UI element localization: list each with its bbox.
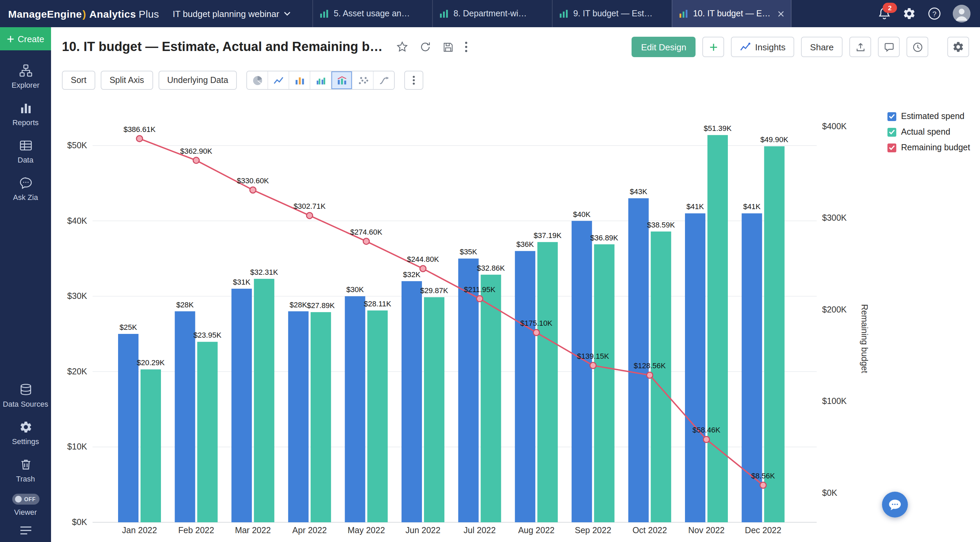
bar-actual-spend[interactable] (708, 135, 728, 522)
view-settings-button[interactable] (947, 37, 969, 57)
bar-estimated-spend[interactable] (515, 251, 535, 522)
line-point[interactable] (250, 187, 256, 193)
help-button[interactable]: ? (928, 7, 941, 21)
reports-icon (19, 101, 32, 115)
app-window: ManageEngine) AnalyticsPlus IT budget pl… (0, 0, 980, 542)
chart-options-kebab-button[interactable] (404, 71, 424, 90)
split-axis-button[interactable]: Split Axis (101, 71, 153, 90)
user-avatar[interactable] (953, 5, 970, 22)
refresh-button[interactable] (419, 41, 431, 53)
workspace-selector[interactable]: IT budget planning webinar (166, 8, 298, 19)
chart-type-flow[interactable] (373, 71, 395, 89)
sidebar-item-label: Data Sources (3, 400, 48, 408)
line-point[interactable] (137, 136, 143, 142)
line-point[interactable] (646, 372, 653, 378)
check-icon (889, 114, 895, 119)
bar-estimated-spend[interactable] (572, 221, 592, 522)
line-point[interactable] (533, 330, 539, 336)
legend-item-remaining-budget[interactable]: Remaining budget (888, 143, 970, 152)
notification-badge: 2 (883, 3, 897, 13)
bar-estimated-spend[interactable] (288, 311, 309, 522)
bar-actual-spend[interactable] (651, 231, 671, 522)
chart-type-scatter[interactable] (352, 71, 373, 89)
bar-actual-spend[interactable] (311, 312, 331, 522)
bar-actual-spend[interactable] (254, 279, 274, 522)
bar-estimated-spend[interactable] (401, 281, 422, 522)
line-point[interactable] (363, 238, 369, 244)
chart-type-line[interactable] (268, 71, 289, 89)
edit-design-button[interactable]: Edit Design (632, 37, 696, 57)
chart-type-bar[interactable] (289, 71, 310, 89)
combo-chart: $0K$10K$20K$30K$40K$50K$0K$100K$200K$300… (51, 94, 980, 542)
underlying-data-button[interactable]: Underlying Data (158, 71, 237, 90)
bar-estimated-spend[interactable] (345, 296, 365, 522)
chart-type-pie[interactable] (247, 71, 268, 89)
bar-actual-spend[interactable] (481, 275, 501, 522)
sidebar-item-data-sources[interactable]: Data Sources (0, 376, 51, 414)
admin-settings-button[interactable] (902, 7, 916, 21)
sidebar-item-data[interactable]: Data (0, 132, 51, 170)
brand-swirl: ) (82, 8, 87, 19)
add-button[interactable] (703, 37, 724, 57)
tab-it-budget-10-active[interactable]: 10. IT budget — E… (672, 0, 792, 27)
sidebar-item-explorer[interactable]: Explorer (0, 57, 51, 95)
tab-asset-usage[interactable]: 5. Asset usage an… (313, 0, 433, 27)
line-point[interactable] (590, 363, 596, 369)
bar-estimated-spend[interactable] (231, 289, 252, 522)
explorer-icon (19, 64, 32, 78)
sidebar-item-ask-zia[interactable]: Ask Zia (0, 170, 51, 207)
bar-actual-spend[interactable] (140, 369, 161, 522)
save-button[interactable] (442, 41, 454, 53)
favorite-star-button[interactable] (396, 41, 408, 53)
topbar-actions: 2 ? (878, 5, 980, 22)
line-data-label: $330.60K (237, 176, 269, 185)
bar-data-label: $20.29K (137, 358, 165, 367)
title-more-options-button[interactable] (465, 41, 468, 52)
zia-chat-fab[interactable] (882, 492, 908, 518)
bar-actual-spend[interactable] (424, 297, 444, 522)
comment-icon (883, 41, 894, 53)
bar-estimated-spend[interactable] (458, 258, 479, 522)
bar-estimated-spend[interactable] (175, 311, 195, 522)
chart-type-combo-selected[interactable] (331, 71, 352, 89)
tab-it-budget-9[interactable]: 9. IT budget — Est… (552, 0, 672, 27)
legend-item-actual-spend[interactable]: Actual spend (888, 127, 970, 137)
chart-type-grouped-bar[interactable] (310, 71, 331, 89)
line-point[interactable] (420, 266, 426, 272)
tab-department-wise[interactable]: 8. Department-wi… (433, 0, 552, 27)
x-axis-label: Jun 2022 (406, 525, 441, 535)
history-button[interactable] (907, 37, 928, 57)
line-point[interactable] (307, 212, 313, 219)
insights-button[interactable]: Insights (731, 37, 795, 57)
bar-estimated-spend[interactable] (118, 334, 138, 522)
tab-close-icon[interactable] (778, 11, 784, 17)
line-point[interactable] (193, 157, 199, 163)
line-point[interactable] (477, 296, 483, 302)
sidebar-item-reports[interactable]: Reports (0, 95, 51, 132)
toggle-knob-icon (14, 496, 21, 502)
bar-actual-spend[interactable] (367, 311, 388, 522)
bar-estimated-spend[interactable] (685, 213, 705, 522)
pie-chart-icon (252, 74, 263, 86)
create-button[interactable]: Create (0, 27, 51, 50)
share-button[interactable]: Share (801, 37, 843, 57)
main-panel: 10. IT budget — Estimate, Actual and Rem… (51, 27, 980, 542)
line-point[interactable] (703, 436, 710, 442)
legend-label: Actual spend (901, 127, 950, 137)
sidebar-item-settings[interactable]: Settings (0, 414, 51, 451)
line-point[interactable] (760, 482, 766, 488)
bar-actual-spend[interactable] (197, 342, 218, 522)
viewer-toggle[interactable]: OFF (12, 494, 39, 505)
sidebar-collapse-button[interactable] (19, 526, 32, 535)
sidebar-item-trash[interactable]: Trash (0, 451, 51, 488)
export-button[interactable] (850, 37, 871, 57)
legend-item-estimated-spend[interactable]: Estimated spend (888, 111, 970, 121)
comments-button[interactable] (878, 37, 900, 57)
bar-actual-spend[interactable] (594, 244, 614, 522)
insights-icon (740, 42, 751, 52)
bar-actual-spend[interactable] (764, 146, 785, 522)
sort-button[interactable]: Sort (62, 71, 95, 90)
notifications-button[interactable]: 2 (878, 7, 891, 21)
bar-actual-spend[interactable] (537, 242, 558, 522)
bar-estimated-spend[interactable] (628, 198, 649, 522)
